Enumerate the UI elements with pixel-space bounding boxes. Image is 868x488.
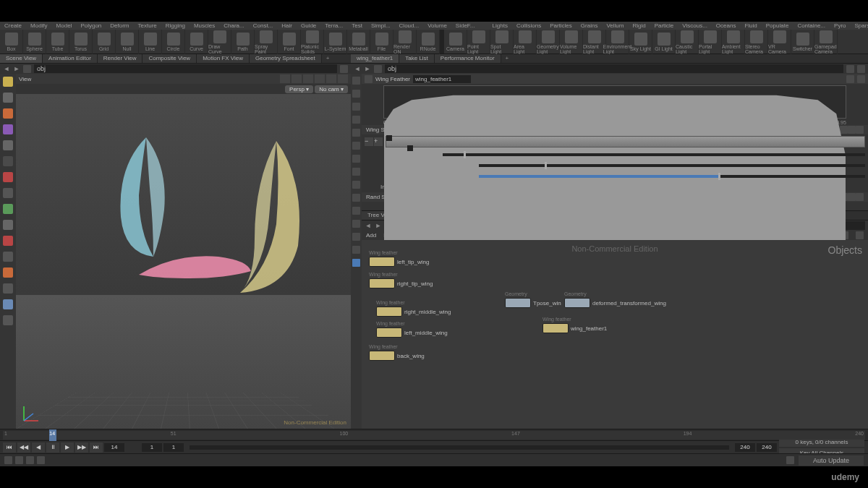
display-option[interactable] — [351, 204, 362, 217]
menu-item[interactable]: Model — [52, 22, 77, 30]
menu-item[interactable]: Test — [347, 22, 367, 30]
menu-item[interactable]: Rigging — [161, 22, 190, 30]
shelf-metaball[interactable]: Metaball — [347, 30, 370, 54]
display-option[interactable] — [351, 113, 362, 126]
shelf-portal-light[interactable]: Portal Light — [699, 30, 722, 54]
menu-item[interactable]: Containe... — [793, 22, 830, 30]
display-option[interactable] — [351, 243, 362, 256]
viewport-3d[interactable]: Non-Commercial Edition — [16, 94, 351, 429]
left-path-input[interactable] — [34, 64, 337, 73]
menu-item[interactable]: Vellum — [602, 22, 628, 30]
tab-geometry-spreadsheet[interactable]: Geometry Spreadsheet — [250, 54, 322, 63]
vp-option[interactable] — [292, 74, 302, 83]
shelf-draw-curve[interactable]: Draw Curve — [208, 30, 231, 54]
ramp-opt-icon[interactable] — [848, 126, 856, 134]
shelf-caustic-light[interactable]: Caustic Light — [676, 30, 699, 54]
shelf-circle[interactable]: Circle — [162, 30, 185, 54]
ramp-gear-icon[interactable] — [856, 126, 864, 134]
menu-item[interactable]: Sparse P... — [851, 22, 868, 30]
home-icon[interactable] — [374, 65, 382, 73]
display-option[interactable] — [351, 191, 362, 204]
next-frame-button[interactable]: ▶▶ — [75, 442, 88, 453]
move-tool[interactable] — [0, 90, 16, 106]
home-icon[interactable] — [23, 65, 31, 73]
shelf-null[interactable]: Null — [116, 30, 139, 54]
status-icon[interactable] — [37, 456, 45, 464]
menu-item[interactable]: SideF... — [451, 22, 480, 30]
menu-item[interactable]: Volume — [423, 22, 451, 30]
menu-item[interactable] — [480, 22, 488, 30]
play-back-button[interactable]: ◀ — [32, 442, 45, 453]
shelf-area-light[interactable]: Area Light — [514, 30, 537, 54]
shelf-l-system[interactable]: L-System — [324, 30, 347, 54]
node-right_tip_wing[interactable]: Wing featherright_tip_wing — [369, 278, 433, 288]
info-icon[interactable] — [351, 256, 362, 269]
vp-option[interactable] — [338, 74, 348, 83]
first-frame-button[interactable]: ⏮ — [3, 442, 16, 453]
vp-option[interactable] — [303, 74, 313, 83]
gear-icon[interactable] — [846, 75, 854, 83]
menu-item[interactable]: Guide — [297, 22, 320, 30]
chat-icon[interactable] — [786, 456, 794, 464]
tool-e[interactable] — [0, 265, 16, 281]
tool-d[interactable] — [0, 249, 16, 265]
forward-icon[interactable]: ► — [364, 65, 371, 72]
display-option[interactable] — [351, 139, 362, 152]
menu-item[interactable]: Create — [0, 22, 26, 30]
menu-item[interactable]: Collisions — [512, 22, 545, 30]
shelf-ambient-light[interactable]: Ambient Light — [722, 30, 745, 54]
visibility-tool[interactable] — [0, 169, 16, 185]
shelf-render-on[interactable]: Render ON — [393, 30, 417, 54]
tab-scene-view[interactable]: Scene View — [0, 54, 43, 63]
ramp-point-marker[interactable] — [407, 145, 413, 151]
help-icon[interactable] — [857, 75, 865, 83]
menu-item[interactable]: Deform — [106, 22, 133, 30]
persp-dropdown[interactable]: Persp ▾ — [285, 85, 313, 93]
network-canvas[interactable]: Non-Commercial Edition Objects Wing feat… — [362, 240, 868, 429]
shelf-font[interactable]: Font — [278, 30, 301, 54]
shelf-platonic-solids[interactable]: Platonic Solids — [301, 30, 324, 54]
tab-wing_feather1[interactable]: wing_feather1 — [351, 54, 399, 63]
forward-icon[interactable]: ► — [13, 65, 20, 72]
ramp-bar[interactable] — [386, 136, 865, 147]
menu-item[interactable]: Grains — [576, 22, 603, 30]
back-icon[interactable]: ◄ — [365, 222, 372, 229]
shelf-torus[interactable]: Torus — [69, 30, 93, 54]
display-option[interactable] — [351, 87, 362, 100]
menu-item[interactable]: Particles — [545, 22, 576, 30]
shelf-path[interactable]: Path — [231, 30, 255, 54]
display-option[interactable] — [351, 165, 362, 178]
node-right_middle_wing[interactable]: Wing featherright_middle_wing — [376, 307, 451, 317]
shelf-spray-paint[interactable]: Spray Paint — [255, 30, 278, 54]
range-start-field[interactable] — [142, 443, 162, 452]
shelf-sky-light[interactable]: Sky Light — [629, 30, 652, 54]
menu-item[interactable]: Muscles — [190, 22, 219, 30]
display-option[interactable] — [351, 74, 362, 87]
network-menu-item[interactable]: Add — [366, 232, 376, 239]
tool-c[interactable] — [0, 233, 16, 249]
menu-item[interactable]: Rigid Bo... — [628, 22, 650, 30]
camera-dropdown[interactable]: No cam ▾ — [315, 85, 348, 93]
menu-item[interactable]: Hair — [277, 22, 297, 30]
shelf-volume-light[interactable]: Volume Light — [560, 30, 583, 54]
back-icon[interactable]: ◄ — [3, 65, 10, 72]
add-tab-button[interactable]: + — [322, 54, 334, 63]
net-tool-icon[interactable] — [856, 231, 864, 239]
shelf-point-light[interactable]: Point Light — [467, 30, 490, 54]
menu-item[interactable]: Viscous... — [678, 22, 712, 30]
forward-icon[interactable]: ► — [375, 222, 382, 229]
menu-item[interactable]: Populate — [762, 22, 793, 30]
prev-frame-button[interactable]: ◀◀ — [17, 442, 30, 453]
select-tool[interactable] — [0, 74, 16, 90]
current-frame-field[interactable] — [104, 443, 124, 452]
node-left_tip_wing[interactable]: Wing featherleft_tip_wing — [369, 257, 429, 267]
shelf-grid[interactable]: Grid — [93, 30, 116, 54]
tab-composite-view[interactable]: Composite View — [142, 54, 197, 63]
menu-item[interactable]: Particle F... — [650, 22, 678, 30]
node-Tpose_win[interactable]: GeometryTpose_win — [505, 298, 561, 308]
status-icon[interactable] — [26, 456, 34, 464]
menu-item[interactable]: Terra... — [320, 22, 347, 30]
rotate-tool[interactable] — [0, 106, 16, 121]
auto-update-button[interactable]: Auto Update — [799, 455, 864, 466]
back-icon[interactable]: ◄ — [354, 65, 361, 72]
